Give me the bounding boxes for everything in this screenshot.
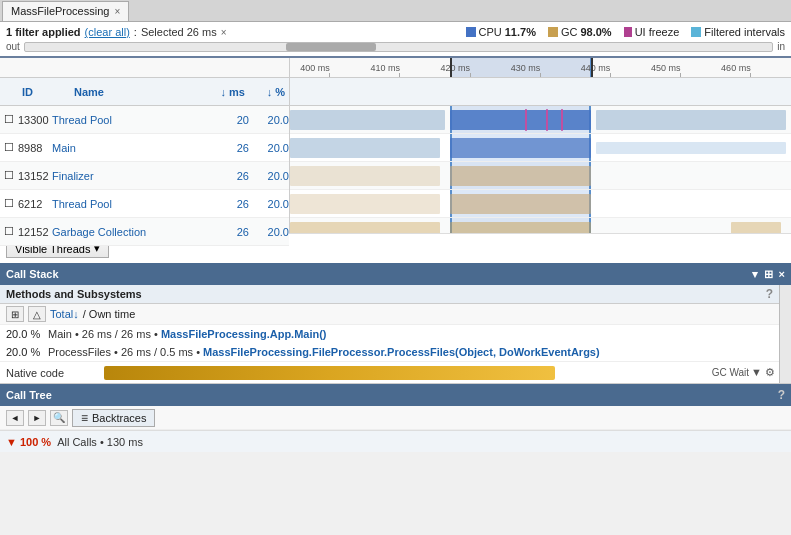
cpu-legend: CPU 11.7% (466, 26, 536, 38)
call-stack-divider: Call Stack ▾ ⊞ × (0, 263, 791, 285)
timeline-bar-row-0 (290, 106, 791, 134)
cs-pct-1: 20.0 % (6, 344, 48, 360)
pin-icon[interactable]: ▾ (752, 268, 758, 281)
table-row[interactable]: ☐ 12152 Garbage Collection 26 20.0 (0, 218, 289, 246)
native-icons: ▼ ⚙ (751, 366, 779, 379)
thread-name-4: Garbage Collection (52, 226, 217, 238)
checkbox-6212[interactable]: ☐ (0, 197, 18, 210)
checkbox-8988[interactable]: ☐ (0, 141, 18, 154)
call-tree-help-icon[interactable]: ? (778, 388, 785, 402)
timeline-col-header-empty (290, 78, 791, 106)
table-row[interactable]: ☐ 6212 Thread Pool 26 20.0 (0, 190, 289, 218)
call-tree-title: Call Tree (6, 389, 52, 401)
cs-icon-btn-2[interactable]: △ (28, 306, 46, 322)
cpu-legend-label: CPU (479, 26, 502, 38)
ruler-tick-4: 440 ms (596, 63, 626, 77)
bar-cpu-post-0 (596, 110, 786, 130)
gc-wait-bar (104, 366, 555, 380)
methods-help-icon[interactable]: ? (766, 287, 773, 301)
cs-sep-0b: • (154, 328, 161, 340)
tab-label: MassFileProcessing (11, 5, 109, 17)
ruler-tick-0: 400 ms (315, 63, 345, 77)
gc-legend-label: GC (561, 26, 578, 38)
thread-ms-4: 26 (217, 226, 253, 238)
clear-all-link[interactable]: (clear all) (85, 26, 130, 38)
table-row[interactable]: ☐ 13152 Finalizer 26 20.0 (0, 162, 289, 190)
zoom-out-label: out (6, 41, 20, 52)
close-panel-icon[interactable]: × (779, 268, 785, 280)
timeline-pane: 400 ms 410 ms 420 ms 430 ms 440 ms 450 m… (290, 58, 791, 233)
checkbox-13300[interactable]: ☐ (0, 113, 18, 126)
dock-icon[interactable]: ⊞ (764, 268, 773, 281)
tab-massfileprocessing[interactable]: MassFileProcessing × (2, 1, 129, 21)
ui-freeze-legend: UI freeze (624, 26, 680, 38)
methods-title: Methods and Subsystems (6, 288, 142, 300)
cs-methods-content: Methods and Subsystems ? ⊞ △ Total↓ / Ow… (0, 285, 779, 383)
ct-back-button[interactable]: ◄ (6, 410, 24, 426)
bar-1b (450, 138, 590, 158)
cs-icon-btn-1[interactable]: ⊞ (6, 306, 24, 322)
native-icon-settings[interactable]: ⚙ (765, 366, 775, 379)
ui-freeze-label: UI freeze (635, 26, 680, 38)
backtraces-tab[interactable]: ≡ Backtraces (72, 409, 155, 427)
timeline-ruler: 400 ms 410 ms 420 ms 430 ms 440 ms 450 m… (290, 58, 791, 78)
thread-id-1: 8988 (18, 142, 52, 154)
thread-pct-3: 20.0 (253, 198, 289, 210)
name-col-header[interactable]: Name (74, 86, 213, 98)
pct-col-header[interactable]: ↓ % (249, 86, 285, 98)
timeline-bar-row-4 (290, 218, 791, 233)
filter-remove-icon[interactable]: × (221, 27, 227, 38)
native-icon-dropdown[interactable]: ▼ (751, 366, 762, 379)
cs-total-label[interactable]: Total↓ (50, 308, 79, 320)
gc-wait-label: GC Wait (710, 367, 751, 378)
cs-text-1: ProcessFiles • 26 ms / 0.5 ms • MassFile… (48, 344, 600, 360)
filtered-color-swatch (691, 27, 701, 37)
ct-status-pct: ▼ 100 % (6, 436, 51, 448)
legend-row: CPU 11.7% GC 98.0% UI freeze Filtered in… (466, 26, 785, 38)
bar-3b (290, 194, 440, 214)
tab-close-icon[interactable]: × (114, 6, 120, 17)
id-col-header[interactable]: ID (22, 86, 74, 98)
bar-1c (596, 142, 786, 154)
bar-2b (290, 166, 440, 186)
bar-4c (731, 222, 781, 233)
call-stack-panel: Methods and Subsystems ? ⊞ △ Total↓ / Ow… (0, 285, 791, 384)
cs-method-0: MassFileProcessing.App.Main() (161, 328, 327, 340)
cs-own-label: / Own time (83, 308, 136, 320)
ct-forward-button[interactable]: ► (28, 410, 46, 426)
ruler-tick-5: 450 ms (666, 63, 696, 77)
cs-methods-section: Methods and Subsystems ? ⊞ △ Total↓ / Ow… (0, 285, 791, 383)
bar-pink-0b (546, 109, 548, 131)
cs-ms-1: 26 ms / 0.5 ms (121, 346, 193, 358)
cs-row-0: 20.0 % Main • 26 ms / 26 ms • MassFilePr… (0, 325, 779, 343)
call-tree-status: ▼ 100 % All Calls • 130 ms (0, 430, 791, 452)
table-row[interactable]: ☐ 13300 Thread Pool 20 20.0 (0, 106, 289, 134)
thread-ms-2: 26 (217, 170, 253, 182)
bar-4a (290, 222, 440, 233)
ruler-left (0, 58, 289, 78)
checkbox-13152[interactable]: ☐ (0, 169, 18, 182)
timeline-bar-row-1 (290, 134, 791, 162)
bar-4b (450, 222, 590, 233)
table-row[interactable]: ☐ 8988 Main 26 20.0 (0, 134, 289, 162)
filter-count: 1 filter applied (6, 26, 81, 38)
thread-name-2: Finalizer (52, 170, 217, 182)
ct-search-button[interactable]: 🔍 (50, 410, 68, 426)
thread-name-1: Main (52, 142, 217, 154)
zoom-track[interactable] (24, 42, 773, 52)
thread-ms-0: 20 (217, 114, 253, 126)
timeline-bar-row-3 (290, 190, 791, 218)
filtered-label: Filtered intervals (704, 26, 785, 38)
ms-col-header[interactable]: ↓ ms (213, 86, 249, 98)
thread-ms-3: 26 (217, 198, 253, 210)
checkbox-12152[interactable]: ☐ (0, 225, 18, 238)
thread-list-pane: ID Name ↓ ms ↓ % ☐ 13300 Thread Pool 20 … (0, 58, 290, 233)
cs-scrollbar[interactable] (779, 285, 791, 383)
thread-id-0: 13300 (18, 114, 52, 126)
cs-method-1: MassFileProcessing.FileProcessor.Process… (203, 346, 600, 358)
call-stack-title: Call Stack (6, 268, 59, 280)
zoom-thumb[interactable] (286, 43, 376, 51)
filter-colon: : (134, 26, 137, 38)
cs-text-0: Main • 26 ms / 26 ms • MassFileProcessin… (48, 326, 327, 342)
filtered-legend: Filtered intervals (691, 26, 785, 38)
